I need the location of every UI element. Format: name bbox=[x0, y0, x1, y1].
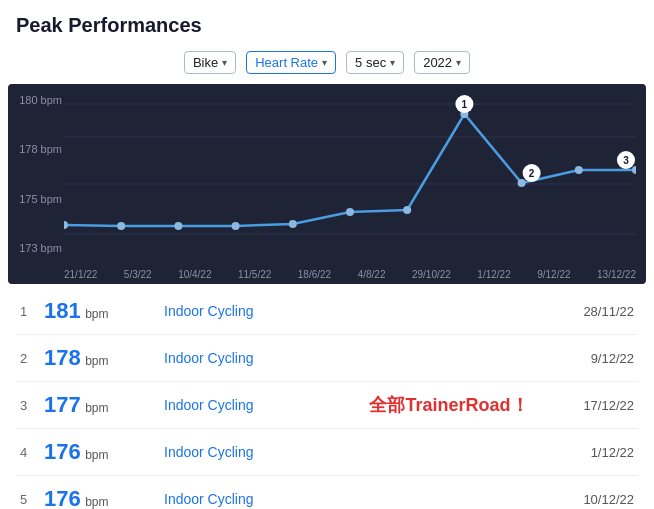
activity-5[interactable]: Indoor Cycling bbox=[154, 491, 544, 507]
x-label-1: 5/3/22 bbox=[124, 269, 152, 280]
activity-1[interactable]: Indoor Cycling bbox=[154, 303, 544, 319]
filter-heart-rate-label: Heart Rate bbox=[255, 55, 318, 70]
y-label-4: 173 bpm bbox=[12, 242, 62, 254]
svg-point-13 bbox=[575, 166, 583, 174]
rank-2: 2 bbox=[20, 351, 44, 366]
table-row: 5 176 bpm Indoor Cycling 10/12/22 bbox=[16, 476, 638, 509]
chevron-down-icon: ▾ bbox=[222, 57, 227, 68]
y-label-1: 180 bpm bbox=[12, 94, 62, 106]
rank-3: 3 bbox=[20, 398, 44, 413]
svg-point-5 bbox=[117, 222, 125, 230]
value-2: 178 bpm bbox=[44, 345, 154, 371]
chevron-down-icon: ▾ bbox=[456, 57, 461, 68]
date-3: 17/12/22 bbox=[544, 398, 634, 413]
bpm-value-3: 177 bbox=[44, 392, 81, 417]
date-4: 1/12/22 bbox=[544, 445, 634, 460]
x-label-3: 11/5/22 bbox=[238, 269, 271, 280]
rank-4: 4 bbox=[20, 445, 44, 460]
performances-table: 1 181 bpm Indoor Cycling 28/11/22 2 178 … bbox=[0, 284, 654, 509]
table-row: 2 178 bpm Indoor Cycling 9/12/22 bbox=[16, 335, 638, 382]
x-label-2: 10/4/22 bbox=[178, 269, 211, 280]
unit-3: bpm bbox=[85, 401, 108, 415]
rank-5: 5 bbox=[20, 492, 44, 507]
svg-point-14 bbox=[632, 166, 636, 174]
svg-point-9 bbox=[346, 208, 354, 216]
chart-area: 180 bpm 178 bpm 175 bpm 173 bpm 1 2 bbox=[8, 84, 646, 284]
svg-text:2: 2 bbox=[529, 168, 535, 179]
filter-duration[interactable]: 5 sec ▾ bbox=[346, 51, 404, 74]
filter-bike[interactable]: Bike ▾ bbox=[184, 51, 236, 74]
date-2: 9/12/22 bbox=[544, 351, 634, 366]
activity-3[interactable]: Indoor Cycling bbox=[154, 397, 354, 413]
value-4: 176 bpm bbox=[44, 439, 154, 465]
filter-year-label: 2022 bbox=[423, 55, 452, 70]
x-label-7: 1/12/22 bbox=[477, 269, 510, 280]
svg-point-6 bbox=[174, 222, 182, 230]
x-label-8: 9/12/22 bbox=[537, 269, 570, 280]
svg-point-8 bbox=[289, 220, 297, 228]
svg-text:1: 1 bbox=[462, 99, 468, 110]
x-axis-labels: 21/1/22 5/3/22 10/4/22 11/5/22 18/6/22 4… bbox=[64, 269, 636, 280]
svg-point-12 bbox=[518, 179, 526, 187]
filter-year[interactable]: 2022 ▾ bbox=[414, 51, 470, 74]
filter-heart-rate[interactable]: Heart Rate ▾ bbox=[246, 51, 336, 74]
bpm-value-2: 178 bbox=[44, 345, 81, 370]
x-label-0: 21/1/22 bbox=[64, 269, 97, 280]
value-1: 181 bpm bbox=[44, 298, 154, 324]
table-row: 3 177 bpm Indoor Cycling 全部TrainerRoad！ … bbox=[16, 382, 638, 429]
filter-duration-label: 5 sec bbox=[355, 55, 386, 70]
bpm-value-4: 176 bbox=[44, 439, 81, 464]
y-label-2: 178 bpm bbox=[12, 143, 62, 155]
date-5: 10/12/22 bbox=[544, 492, 634, 507]
x-label-9: 13/12/22 bbox=[597, 269, 636, 280]
chart-svg: 1 2 3 bbox=[64, 94, 636, 254]
x-label-5: 4/8/22 bbox=[358, 269, 386, 280]
svg-point-10 bbox=[403, 206, 411, 214]
value-5: 176 bpm bbox=[44, 486, 154, 509]
value-3: 177 bpm bbox=[44, 392, 154, 418]
chevron-down-icon: ▾ bbox=[322, 57, 327, 68]
page-title: Peak Performances bbox=[0, 0, 654, 45]
filter-bike-label: Bike bbox=[193, 55, 218, 70]
chevron-down-icon: ▾ bbox=[390, 57, 395, 68]
date-1: 28/11/22 bbox=[544, 304, 634, 319]
unit-4: bpm bbox=[85, 448, 108, 462]
y-label-3: 175 bpm bbox=[12, 193, 62, 205]
svg-text:3: 3 bbox=[623, 155, 629, 166]
rank-1: 1 bbox=[20, 304, 44, 319]
y-axis-labels: 180 bpm 178 bpm 175 bpm 173 bpm bbox=[12, 94, 62, 254]
overlay-text: 全部TrainerRoad！ bbox=[354, 393, 544, 417]
table-row: 4 176 bpm Indoor Cycling 1/12/22 bbox=[16, 429, 638, 476]
x-label-4: 18/6/22 bbox=[298, 269, 331, 280]
svg-point-7 bbox=[232, 222, 240, 230]
unit-2: bpm bbox=[85, 354, 108, 368]
table-row: 1 181 bpm Indoor Cycling 28/11/22 bbox=[16, 288, 638, 335]
unit-1: bpm bbox=[85, 307, 108, 321]
activity-2[interactable]: Indoor Cycling bbox=[154, 350, 544, 366]
bpm-value-1: 181 bbox=[44, 298, 81, 323]
unit-5: bpm bbox=[85, 495, 108, 509]
filters-bar: Bike ▾ Heart Rate ▾ 5 sec ▾ 2022 ▾ bbox=[0, 45, 654, 84]
x-label-6: 29/10/22 bbox=[412, 269, 451, 280]
bpm-value-5: 176 bbox=[44, 486, 81, 509]
activity-4[interactable]: Indoor Cycling bbox=[154, 444, 544, 460]
svg-point-4 bbox=[64, 221, 68, 229]
